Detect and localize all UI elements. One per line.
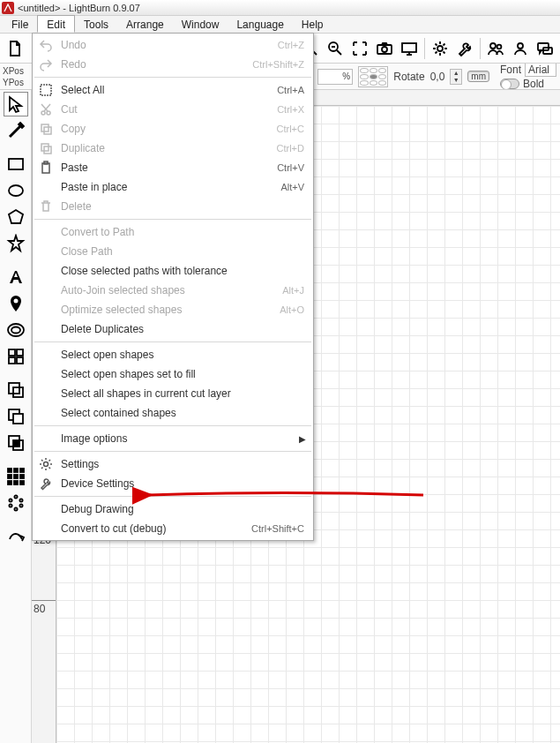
menu-edit[interactable]: Edit — [37, 15, 75, 33]
menu-tools[interactable]: Tools — [75, 16, 117, 33]
bool-subtract-tool[interactable] — [4, 404, 28, 429]
camera-icon[interactable] — [373, 37, 396, 60]
polygon-tool[interactable] — [4, 205, 28, 229]
cut-icon — [36, 100, 56, 119]
new-file-button[interactable] — [4, 37, 26, 60]
bold-toggle[interactable] — [500, 79, 519, 89]
scale-y-field[interactable]: % — [317, 69, 353, 85]
ellipse-tool[interactable] — [4, 178, 28, 203]
menu-item-label: Close selected paths with tolerance — [61, 265, 304, 277]
rotate-value[interactable]: 0,0 — [430, 71, 445, 83]
menu-item-image-options[interactable]: Image options▶ — [33, 429, 313, 448]
menu-item-close-selected-paths-with-tolerance[interactable]: Close selected paths with tolerance — [33, 261, 313, 281]
location-tool[interactable] — [4, 291, 28, 316]
xpos-label: XPos — [3, 65, 32, 77]
svg-rect-31 — [14, 475, 18, 478]
menu-shortcut: Ctrl+X — [277, 104, 304, 115]
submenu-arrow-icon: ▶ — [299, 434, 306, 444]
svg-point-6 — [490, 43, 496, 49]
menu-item-debug-drawing[interactable]: Debug Drawing — [33, 499, 313, 519]
menu-window[interactable]: Window — [173, 16, 228, 33]
paste-icon — [36, 158, 56, 177]
star-tool[interactable] — [4, 231, 28, 256]
svg-point-39 — [14, 507, 17, 510]
menu-item-label: Auto-Join selected shapes — [61, 284, 282, 296]
menubar: File Edit Tools Arrange Window Language … — [0, 16, 560, 34]
menu-item-delete-duplicates[interactable]: Delete Duplicates — [33, 319, 313, 339]
menu-item-convert-to-cut-debug[interactable]: Convert to cut (debug)Ctrl+Shift+C — [33, 519, 313, 538]
wrench-icon — [36, 474, 56, 493]
svg-point-44 — [47, 111, 50, 115]
menu-item-label: Optimize selected shapes — [61, 304, 280, 316]
circular-array-tool[interactable] — [4, 491, 28, 515]
menu-item-select-open-shapes[interactable]: Select open shapes — [33, 345, 313, 364]
offset-tool[interactable] — [4, 318, 28, 342]
menu-item-label: Undo — [61, 39, 278, 51]
menu-item-label: Select open shapes — [61, 349, 304, 361]
frame-icon[interactable] — [348, 37, 371, 60]
svg-point-37 — [19, 499, 22, 501]
menu-file[interactable]: File — [3, 16, 37, 33]
menu-item-select-all[interactable]: Select AllCtrl+A — [33, 80, 313, 100]
text-tool[interactable] — [4, 265, 28, 289]
menu-separator — [34, 496, 311, 497]
menu-item-select-contained-shapes[interactable]: Select contained shapes — [33, 403, 313, 423]
gear-icon[interactable] — [429, 37, 452, 60]
grid-align-tool[interactable] — [4, 344, 28, 369]
edit-nodes-tool[interactable] — [4, 524, 28, 549]
menu-item-device-settings[interactable]: Device Settings — [33, 474, 313, 493]
svg-rect-48 — [44, 146, 51, 154]
unit-toggle[interactable]: mm — [467, 71, 489, 82]
menu-item-paste-in-place[interactable]: Paste in placeAlt+V — [33, 177, 313, 197]
menu-item-label: Debug Drawing — [61, 503, 304, 515]
wrench-icon[interactable] — [453, 37, 476, 60]
menu-item-label: Delete — [61, 200, 304, 213]
svg-point-8 — [518, 43, 523, 49]
menu-item-settings[interactable]: Settings — [33, 454, 313, 474]
menu-arrange[interactable]: Arrange — [117, 16, 173, 33]
menu-item-label: Cut — [61, 103, 277, 116]
select-tool[interactable] — [4, 92, 28, 116]
menu-item-delete: Delete — [33, 197, 313, 216]
zoom-out-icon[interactable] — [324, 37, 347, 60]
menu-item-select-all-shapes-in-current-cut-layer[interactable]: Select all shapes in current cut layer — [33, 384, 313, 403]
menu-shortcut: Alt+V — [280, 182, 304, 192]
menu-shortcut: Alt+O — [280, 304, 304, 315]
svg-rect-34 — [14, 481, 18, 484]
ruler-tick-label: 80 — [34, 603, 45, 615]
bool-union-tool[interactable] — [4, 378, 28, 402]
menu-item-close-path: Close Path — [33, 242, 313, 261]
svg-point-3 — [382, 47, 387, 52]
blank-icon — [36, 519, 56, 538]
anchor-grid[interactable] — [358, 66, 388, 87]
font-label: Font — [500, 64, 521, 76]
svg-rect-46 — [44, 127, 51, 134]
menu-item-select-open-shapes-set-to-fill[interactable]: Select open shapes set to fill — [33, 364, 313, 384]
menu-shortcut: Ctrl+Z — [278, 40, 304, 50]
menu-shortcut: Ctrl+V — [277, 162, 304, 173]
svg-rect-4 — [402, 43, 416, 52]
menu-shortcut: Alt+J — [282, 285, 304, 296]
rotate-stepper[interactable]: ▲▼ — [450, 69, 462, 85]
rotate-label: Rotate — [393, 71, 424, 83]
side-toolbar — [0, 90, 32, 743]
menu-item-paste[interactable]: PasteCtrl+V — [33, 158, 313, 177]
menu-help[interactable]: Help — [293, 16, 332, 33]
array-tool[interactable] — [4, 464, 28, 489]
ypos-label: YPos — [3, 77, 32, 88]
svg-rect-45 — [41, 124, 49, 131]
users-icon[interactable] — [484, 37, 507, 60]
svg-point-51 — [44, 462, 49, 467]
menu-language[interactable]: Language — [228, 16, 292, 33]
user-icon[interactable] — [509, 37, 532, 60]
draw-line-tool[interactable] — [4, 118, 28, 143]
edit-dropdown: UndoCtrl+ZRedoCtrl+Shift+ZSelect AllCtrl… — [32, 33, 314, 541]
menu-item-label: Select open shapes set to fill — [61, 368, 304, 380]
monitor-icon[interactable] — [398, 37, 421, 60]
font-select[interactable]: Arial — [525, 64, 556, 77]
rectangle-tool[interactable] — [4, 152, 28, 176]
bool-intersect-tool[interactable] — [4, 431, 28, 455]
svg-point-38 — [19, 504, 22, 507]
blank-icon — [36, 403, 56, 423]
forum-icon[interactable] — [534, 37, 556, 60]
